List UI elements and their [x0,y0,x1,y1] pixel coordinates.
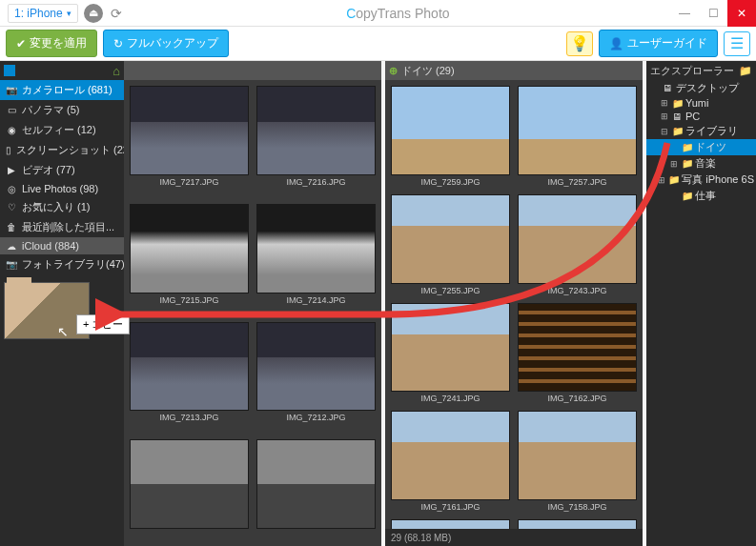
app-title: CopyTrans Photo [126,6,670,21]
sidebar-item[interactable]: 📷フォトライブラリ(47) [0,254,124,274]
device-photos-header [124,61,381,80]
album-label: iCloud (884) [22,240,79,252]
sidebar-item[interactable]: ▭パノラマ (5) [0,100,124,120]
home-icon[interactable]: ⌂ [112,64,120,78]
folder-photo-grid[interactable]: IMG_7259.JPGIMG_7257.JPGIMG_7255.JPGIMG_… [385,80,643,529]
photo-thumbnail[interactable]: IMG_7217.JPG [130,86,249,196]
tree-item[interactable]: ⊞🖥PC [646,110,756,123]
sidebar-item[interactable]: ◉セルフィー (12) [0,120,124,140]
photo-thumbnail[interactable] [130,439,249,540]
tree-item[interactable]: 📁ドイツ [646,139,756,155]
expand-icon[interactable]: ⊞ [670,159,679,169]
node-label: ドイツ [695,140,726,154]
node-label: 仕事 [695,189,716,203]
folder-tree[interactable]: 🖥デスクトップ⊞📁Yumi⊞🖥PC⊟📁ライブラリ📁ドイツ⊞📁音楽⊞📁写真 iPh… [646,80,756,204]
node-icon: 📁 [682,158,692,169]
photo-thumbnail[interactable]: IMG_7259.JPG [391,86,510,187]
photo-thumbnail[interactable] [256,439,376,540]
album-icon: ▯ [6,145,11,155]
minimize-button[interactable]: — [670,0,699,27]
photo-thumbnail[interactable]: IMG_7213.JPG [130,322,249,433]
expand-icon[interactable]: ⊟ [661,127,669,136]
maximize-button[interactable]: ☐ [699,0,727,27]
tree-item[interactable]: ⊟📁ライブラリ [646,123,756,139]
thumbnail-label: IMG_7257.JPG [547,177,606,187]
photo-thumbnail[interactable] [391,519,510,529]
album-icon: ☁ [6,241,17,252]
album-label: カメラロール (681) [22,83,112,97]
cursor-icon: ↖ [57,324,69,339]
view-icon[interactable] [4,65,15,76]
photo-thumbnail[interactable]: IMG_7161.JPG [391,411,510,512]
tree-item[interactable]: ⊞📁音楽 [646,155,756,172]
chevron-down-icon: ▾ [67,9,72,18]
tree-item[interactable]: ⊞📁写真 iPhone 6S [646,172,756,188]
guide-label: ユーザーガイド [627,35,707,51]
photo-thumbnail[interactable]: IMG_7255.JPG [391,194,510,295]
expand-icon[interactable]: ⊞ [661,98,669,108]
device-label: 1: iPhone [14,7,63,20]
thumbnail-image [518,519,637,529]
device-selector[interactable]: 1: iPhone ▾ [8,4,78,23]
tree-item[interactable]: 📁仕事 [646,188,756,204]
device-photo-grid[interactable]: IMG_7217.JPGIMG_7216.JPGIMG_7215.JPGIMG_… [124,80,381,546]
expand-icon[interactable]: ⊞ [658,175,665,185]
sidebar-item[interactable]: ◎Live Photos (98) [0,180,124,197]
folder-photos-panel: ⊕ ドイツ (29) IMG_7259.JPGIMG_7257.JPGIMG_7… [385,61,643,546]
eject-icon[interactable]: ⏏ [84,4,103,23]
thumbnail-label: IMG_7158.JPG [547,502,606,512]
hint-button[interactable]: 💡 [566,31,593,56]
thumbnail-image [130,86,249,175]
thumbnail-image [130,439,249,529]
menu-button[interactable]: ☰ [724,31,750,56]
folder-icon[interactable]: 📁 [739,65,752,77]
album-label: パノラマ (5) [22,103,80,117]
apply-changes-button[interactable]: ✔ 変更を適用 [6,30,97,57]
sidebar-item[interactable]: ▶ビデオ (77) [0,160,124,180]
photo-thumbnail[interactable]: IMG_7212.JPG [256,322,376,433]
album-icon: 📷 [6,259,17,270]
hamburger-icon: ☰ [730,34,744,52]
photo-thumbnail[interactable]: IMG_7216.JPG [256,86,376,196]
photo-thumbnail[interactable]: IMG_7243.JPG [518,194,637,295]
thumbnail-image [518,303,637,393]
close-button[interactable]: ✕ [727,0,756,27]
backup-label: フルバックアップ [127,35,218,51]
photo-thumbnail[interactable] [518,519,637,529]
node-label: PC [685,111,700,122]
photo-thumbnail[interactable]: IMG_7162.JPG [518,303,637,404]
photo-thumbnail[interactable]: IMG_7257.JPG [518,86,637,187]
photo-thumbnail[interactable]: IMG_7241.JPG [391,303,510,404]
tree-item[interactable]: 🖥デスクトップ [646,80,756,96]
thumbnail-image [518,411,637,500]
sidebar-item[interactable]: 🗑最近削除した項目... [0,217,124,237]
node-icon: 📁 [672,126,683,136]
thumbnail-label: IMG_7212.JPG [286,413,345,422]
sidebar-item[interactable]: ☁iCloud (884) [0,237,124,254]
sidebar-item[interactable]: ▯スクリーンショット (22) [0,140,124,160]
expand-icon[interactable]: ⊞ [661,111,669,121]
thumbnail-label: IMG_7215.JPG [159,295,218,305]
thumbnail-image [256,439,376,529]
thumbnail-image [518,86,637,175]
sidebar-item[interactable]: ♡お気に入り (1) [0,197,124,217]
tree-item[interactable]: ⊞📁Yumi [646,96,756,110]
node-icon: 📁 [668,174,679,185]
main-area: ⌂ 📷カメラロール (681)▭パノラマ (5)◉セルフィー (12)▯スクリー… [0,61,756,546]
apply-label: 変更を適用 [30,35,87,51]
user-guide-button[interactable]: 👤 ユーザーガイド [599,30,718,57]
photo-thumbnail[interactable]: IMG_7215.JPG [130,204,249,314]
full-backup-button[interactable]: ↻ フルバックアップ [103,30,229,57]
thumbnail-label: IMG_7259.JPG [420,177,480,187]
refresh-icon[interactable]: ⟳ [107,4,126,23]
add-icon[interactable]: ⊕ [389,65,398,77]
node-icon: 📁 [672,98,683,109]
thumbnail-image [518,194,637,284]
node-icon: 🖥 [663,83,673,93]
sidebar-item[interactable]: 📷カメラロール (681) [0,80,124,100]
thumbnail-image [130,322,249,412]
thumbnail-label: IMG_7255.JPG [420,286,480,295]
thumbnail-image [130,204,249,293]
photo-thumbnail[interactable]: IMG_7214.JPG [256,204,376,314]
photo-thumbnail[interactable]: IMG_7158.JPG [518,411,637,512]
